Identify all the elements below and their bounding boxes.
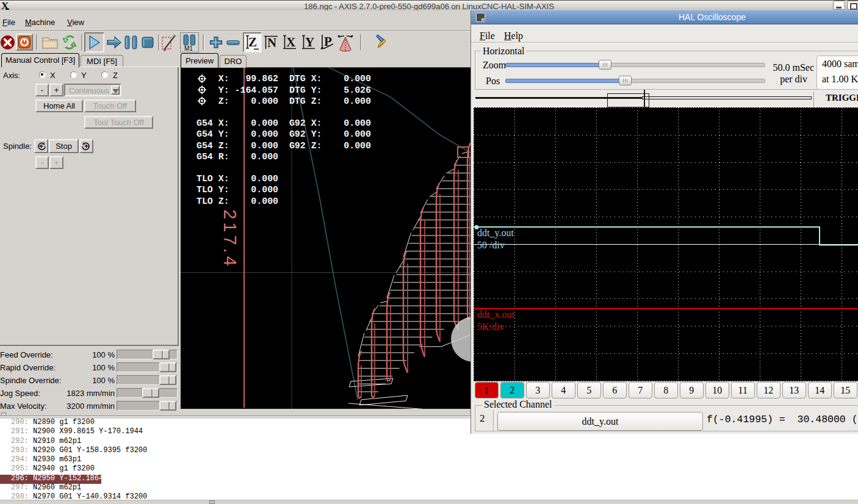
svg-text:N: N [267,35,276,50]
svg-text:Y: Y [305,35,314,49]
svg-text:M1: M1 [184,45,193,51]
svg-text:ddt_y.out: ddt_y.out [477,228,514,239]
svg-text:Z: Z [248,35,257,49]
svg-text:50 /div: 50 /div [477,240,505,250]
svg-text:5K/div: 5K/div [477,322,504,332]
svg-text:ddt_x.out: ddt_x.out [477,309,514,320]
svg-text:X: X [286,35,295,49]
